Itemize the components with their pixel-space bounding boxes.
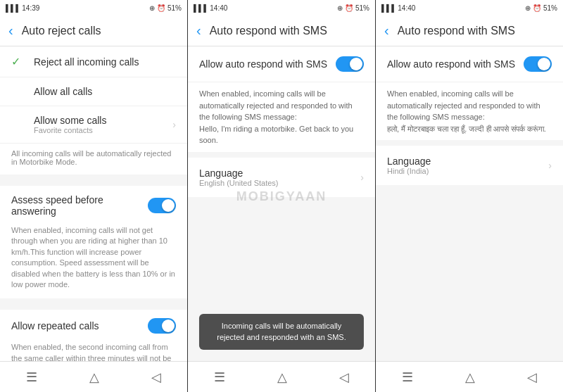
home-icon-1[interactable]: △: [89, 369, 99, 385]
top-bar-1: ‹ Auto reject calls: [0, 15, 187, 46]
lang-arrow-2: ›: [360, 172, 364, 183]
back-button-1[interactable]: ‹: [8, 23, 13, 39]
battery-2: 51%: [355, 4, 369, 12]
alarm-icon-2: ⏰: [345, 4, 353, 12]
signal-icon-1: ▌▌▌: [6, 4, 20, 12]
speed-toggle-desc: When enabled, incoming calls will not ge…: [0, 225, 187, 298]
language-row-2[interactable]: Language English (United States) ›: [188, 158, 375, 197]
repeat-toggle-label: Allow repeated calls: [11, 320, 148, 331]
time-2: 14:40: [210, 4, 227, 12]
repeat-toggle-row[interactable]: Allow repeated calls: [0, 310, 187, 342]
location-icon-2: ⊕: [337, 4, 343, 12]
sms-toggle-3[interactable]: [524, 56, 552, 72]
lang-label-3: Language Hindi (India): [387, 156, 548, 175]
status-right-3: ⊕ ⏰ 51%: [525, 4, 557, 12]
page-title-3: Auto respond with SMS: [398, 25, 515, 37]
time-3: 14:40: [398, 4, 415, 12]
top-bar-3: ‹ Auto respond with SMS: [376, 15, 563, 46]
location-icon-3: ⊕: [525, 4, 531, 12]
page-title-1: Auto reject calls: [22, 25, 101, 37]
sms-desc-3: When enabled, incoming calls will be aut…: [376, 82, 563, 140]
top-bar-2: ‹ Auto respond with SMS: [188, 15, 375, 46]
option-reject-all[interactable]: ✓ Reject all incoming calls: [0, 46, 187, 77]
reject-info: All incoming calls will be automatically…: [0, 144, 187, 175]
home-icon-2[interactable]: △: [277, 369, 287, 385]
content-3: Allow auto respond with SMS When enabled…: [376, 46, 563, 361]
back-button-3[interactable]: ‹: [384, 23, 389, 39]
back-nav-icon-1[interactable]: ◁: [151, 369, 161, 385]
option-allow-some-sub: Favorite contacts: [34, 126, 172, 134]
lang-arrow-3: ›: [548, 160, 552, 171]
speed-toggle-section: Assess speed before answering When enabl…: [0, 186, 187, 298]
option-allow-all-label: Allow all calls: [34, 86, 176, 97]
gap-2: [0, 304, 187, 310]
sms-toggle-section-3: Allow auto respond with SMS When enabled…: [376, 46, 563, 140]
lang-label-2: Language English (United States): [199, 167, 360, 187]
sms-toggle-row-3[interactable]: Allow auto respond with SMS: [376, 46, 563, 82]
menu-icon-3[interactable]: ☰: [402, 369, 413, 385]
repeat-toggle[interactable]: [148, 318, 176, 334]
location-icon-1: ⊕: [149, 4, 155, 12]
alarm-icon-1: ⏰: [157, 4, 165, 12]
gap-1: [0, 180, 187, 186]
battery-3: 51%: [543, 4, 557, 12]
status-right-2: ⊕ ⏰ 51%: [337, 4, 369, 12]
speed-toggle-label: Assess speed before answering: [11, 194, 148, 217]
status-bar-1: ▌▌▌ 14:39 ⊕ ⏰ 51%: [0, 0, 187, 15]
content-1: ✓ Reject all incoming calls Allow all ca…: [0, 46, 187, 361]
panel-auto-reject: ▌▌▌ 14:39 ⊕ ⏰ 51% ‹ Auto reject calls ✓ …: [0, 0, 188, 392]
repeat-toggle-desc: When enabled, the second incoming call f…: [0, 342, 187, 361]
language-row-3[interactable]: Language Hindi (India) ›: [376, 146, 563, 185]
option-allow-some-label: Allow some calls: [34, 115, 172, 126]
page-title-2: Auto respond with SMS: [210, 25, 327, 37]
check-icon-1: ✓: [11, 55, 25, 68]
battery-1: 51%: [167, 4, 182, 12]
sms-toggle-label: Allow auto respond with SMS: [199, 58, 336, 70]
status-left-1: ▌▌▌ 14:39: [6, 4, 39, 12]
time-1: 14:39: [22, 4, 39, 12]
status-left-2: ▌▌▌ 14:40: [194, 4, 227, 12]
menu-icon-1[interactable]: ☰: [26, 369, 37, 385]
options-section: ✓ Reject all incoming calls Allow all ca…: [0, 46, 187, 175]
toast-2: Incoming calls will be automatically rej…: [199, 314, 364, 350]
bottom-nav-2: ☰ △ ◁: [188, 361, 375, 392]
home-icon-3[interactable]: △: [465, 369, 475, 385]
bottom-nav-3: ☰ △ ◁: [376, 361, 563, 392]
signal-icon-3: ▌▌▌: [381, 4, 396, 12]
bottom-nav-1: ☰ △ ◁: [0, 361, 187, 392]
menu-icon-2[interactable]: ☰: [214, 369, 225, 385]
alarm-icon-3: ⏰: [533, 4, 541, 12]
option-allow-some[interactable]: Allow some calls Favorite contacts ›: [0, 106, 187, 144]
sms-toggle-2[interactable]: [336, 56, 364, 72]
sms-desc-2: When enabled, incoming calls will be aut…: [188, 82, 375, 152]
sms-toggle-section: Allow auto respond with SMS When enabled…: [188, 46, 375, 152]
signal-icon-2: ▌▌▌: [194, 4, 208, 12]
arrow-icon-some: ›: [172, 119, 176, 130]
back-nav-icon-2[interactable]: ◁: [339, 369, 349, 385]
repeat-toggle-section: Allow repeated calls When enabled, the s…: [0, 310, 187, 361]
status-bar-3: ▌▌▌ 14:40 ⊕ ⏰ 51%: [376, 0, 563, 15]
panel-auto-respond-en: ▌▌▌ 14:40 ⊕ ⏰ 51% ‹ Auto respond with SM…: [188, 0, 376, 392]
option-reject-all-label: Reject all incoming calls: [34, 56, 176, 68]
status-left-3: ▌▌▌ 14:40: [381, 4, 415, 12]
speed-toggle-row[interactable]: Assess speed before answering: [0, 186, 187, 225]
back-button-2[interactable]: ‹: [196, 23, 201, 39]
status-right-1: ⊕ ⏰ 51%: [149, 4, 182, 12]
back-nav-icon-3[interactable]: ◁: [527, 369, 537, 385]
option-allow-all[interactable]: Allow all calls: [0, 77, 187, 106]
speed-toggle[interactable]: [148, 198, 176, 213]
sms-toggle-label-3: Allow auto respond with SMS: [387, 58, 524, 70]
panel-auto-respond-hi: ▌▌▌ 14:40 ⊕ ⏰ 51% ‹ Auto respond with SM…: [376, 0, 563, 392]
status-bar-2: ▌▌▌ 14:40 ⊕ ⏰ 51%: [188, 0, 375, 15]
sms-toggle-row[interactable]: Allow auto respond with SMS: [188, 46, 375, 82]
